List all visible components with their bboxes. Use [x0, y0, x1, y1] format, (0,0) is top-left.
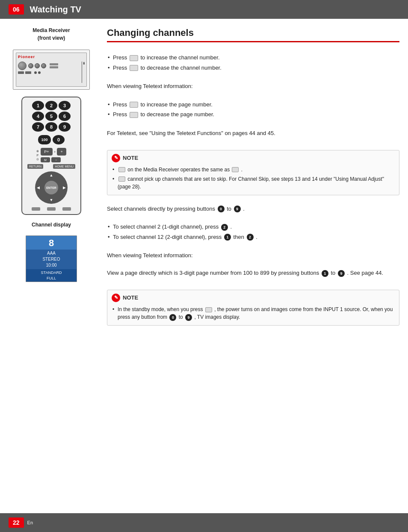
- return-home-row: RETURN HOME MENU: [25, 164, 78, 169]
- small-knob-1: [28, 63, 33, 68]
- num-btn-7: 7: [32, 122, 44, 132]
- ch-down-button-img: [130, 65, 138, 71]
- media-receiver-title: Media Receiver: [33, 27, 70, 33]
- media-receiver-label-block: Media Receiver (front view): [33, 27, 70, 43]
- channel-display-box: 8 AAA STEREO 10:00 STANDARD FULL: [26, 235, 77, 282]
- mute-btn[interactable]: M: [41, 157, 50, 162]
- small-knob-3: [41, 63, 46, 68]
- press-label-2: Press: [113, 65, 127, 71]
- remote-control-diagram: 1 2 3 4 5 6 7 8 9 100 0 ⊕ P ⊙: [21, 97, 81, 215]
- teletext-label: When viewing Teletext information:: [107, 82, 399, 91]
- bullet-2digit: To select channel 12 (2-digit channel), …: [107, 232, 399, 242]
- page-title: Watching TV: [30, 5, 81, 15]
- note-header-1: ✎ NOTE: [112, 154, 395, 162]
- receiver-controls: [18, 62, 85, 70]
- bullet-1digit: To select channel 2 (1-digit channel), p…: [107, 222, 399, 232]
- channel-display-label: Channel display: [32, 222, 71, 228]
- bullet-increase-page: Press to increase the page number.: [107, 100, 399, 110]
- note-box-1: ✎ NOTE on the Media Receiver operates th…: [107, 150, 399, 195]
- note-item-2-1: In the standby mode, when you press , th…: [112, 305, 395, 322]
- 100-btn: 100: [38, 135, 51, 144]
- return-btn[interactable]: RETURN: [27, 164, 43, 169]
- channel-quality: STANDARD FULL: [26, 269, 77, 282]
- num-btn-1: 1: [32, 101, 44, 110]
- home-menu-btn[interactable]: HOME MENU: [53, 164, 75, 169]
- btn-1-teletext: 1: [322, 270, 328, 277]
- ch-up-button-img: [130, 55, 138, 61]
- num-btn-0: 0: [53, 135, 65, 144]
- teletext-label2: When viewing Teletext information:: [107, 251, 399, 260]
- press-label-3: Press: [113, 101, 127, 108]
- num-btn-9: 9: [59, 122, 71, 132]
- remote-row-extra: 100 0: [25, 135, 78, 144]
- enter-btn[interactable]: ENTER: [44, 181, 58, 194]
- select-bullet-list: To select channel 2 (1-digit channel), p…: [107, 222, 399, 242]
- press-label-1: Press: [113, 54, 127, 61]
- note-list-2: In the standby mode, when you press , th…: [112, 305, 395, 322]
- page-footer: 22 En: [0, 513, 408, 532]
- slot-area: [18, 71, 85, 74]
- right-column: Changing channels Press to increase the …: [107, 27, 399, 329]
- note-box-2: ✎ NOTE In the standby mode, when you pre…: [107, 290, 399, 326]
- note-header-2: ✎ NOTE: [112, 294, 395, 302]
- num-btn-6: 6: [59, 112, 71, 121]
- btn-9-note: 9: [185, 314, 192, 321]
- btn-1-img: 1: [224, 234, 231, 241]
- teletext-ref: For Teletext, see "Using the Teletext Fu…: [107, 129, 399, 138]
- num-btn-3: 3: [59, 101, 71, 110]
- bullet-decrease-channel: Press to decrease the channel number.: [107, 63, 399, 73]
- select-channels-label: Select channels directly by pressing but…: [107, 205, 399, 214]
- bullet-decrease-page: Press to decrease the page number.: [107, 109, 399, 120]
- power-btn-img: [205, 307, 212, 312]
- small-knob-2: [35, 63, 40, 68]
- btn-9-teletext: 9: [338, 270, 345, 277]
- nav-ring: ENTER ▲ ▼ ◀ ▶: [35, 171, 68, 204]
- ch-vol-row: ⊕ P ⊙ P+ + + M −: [25, 148, 78, 162]
- small-knobs: [28, 63, 46, 68]
- note-item-1-1: on the Media Receiver operates the same …: [112, 165, 395, 174]
- teletext-bullet-list: Press to increase the page number. Press…: [107, 100, 399, 120]
- bullet-increase-channel: Press to increase the channel number.: [107, 53, 399, 63]
- page-down-button-img: [130, 112, 138, 118]
- media-receiver-subtitle: (front view): [33, 35, 70, 41]
- channel-number: 8: [26, 236, 77, 250]
- skip-btn-img: [118, 176, 125, 182]
- left-column: Media Receiver (front view) Pioneer: [9, 27, 94, 329]
- section-title: Changing channels: [107, 27, 399, 42]
- num-btn-2: 2: [45, 101, 57, 110]
- ch-plus-btn[interactable]: P+: [41, 148, 53, 156]
- btn-0-note: 0: [169, 314, 176, 321]
- receiver-brand: Pioneer: [18, 55, 85, 59]
- page-up-button-img: [130, 102, 138, 108]
- main-knob: [18, 62, 27, 70]
- chapter-badge: 06: [9, 4, 24, 15]
- slot-2: [25, 71, 31, 74]
- num-btn-4: 4: [32, 112, 44, 121]
- note-icon-1: ✎: [112, 154, 120, 162]
- remote-btn-img: [232, 167, 239, 172]
- page-header: 06 Watching TV: [0, 0, 408, 19]
- num-btn-5: 5: [45, 112, 57, 121]
- note-item-1-2: cannot pick up channels that are set to …: [112, 174, 395, 191]
- note-icon-2: ✎: [112, 294, 120, 302]
- vol-minus-btn[interactable]: −: [51, 157, 61, 162]
- btn-0-img: 0: [218, 206, 225, 212]
- note-list-1: on the Media Receiver operates the same …: [112, 165, 395, 191]
- media-receiver-diagram: Pioneer: [13, 50, 90, 90]
- main-bullet-list: Press to increase the channel number. Pr…: [107, 53, 399, 73]
- receiver-body: Pioneer: [16, 53, 87, 87]
- vol-plus-btn[interactable]: +: [57, 148, 66, 156]
- num-btn-8: 8: [45, 122, 57, 132]
- btn-2-img: 2: [221, 224, 228, 231]
- slot-1: [18, 71, 24, 74]
- teletext-desc: View a page directly which is 3-digit pa…: [107, 269, 399, 278]
- btn-2-img-2: 2: [247, 234, 254, 241]
- page-lang: En: [27, 520, 33, 525]
- nav-area: ENTER ▲ ▼ ◀ ▶: [34, 170, 68, 205]
- press-label-4: Press: [113, 111, 127, 118]
- numpad: 1 2 3 4 5 6 7 8 9: [32, 101, 71, 132]
- page-number: 22: [9, 517, 24, 528]
- channel-info: AAA STEREO 10:00: [26, 250, 77, 269]
- btn-9-img: 9: [234, 206, 241, 212]
- receiver-btn-img: [118, 167, 125, 172]
